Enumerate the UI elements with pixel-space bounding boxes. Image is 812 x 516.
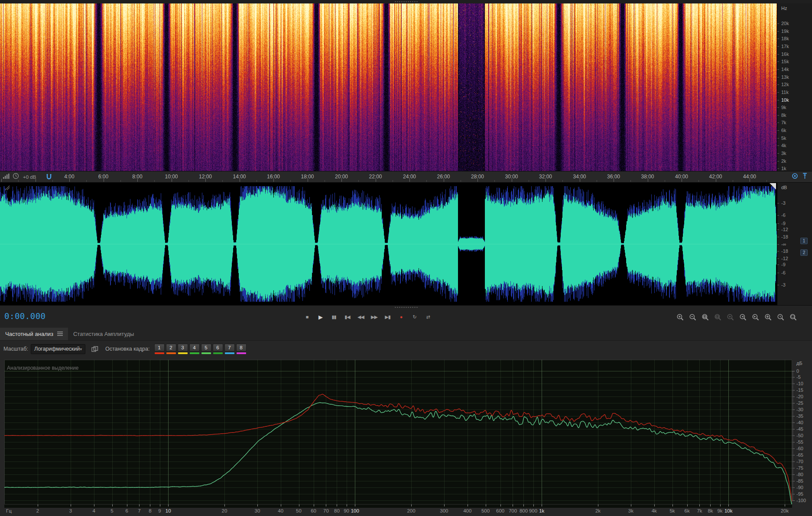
hold-button-6[interactable]: 6 [213,344,223,354]
frequency-chart: Анализированное выделение дБ 0-5-10-15-2… [0,356,812,516]
hold-button-3[interactable]: 3 [178,344,188,354]
chart-db-label: -85 [796,478,803,484]
zoom-sel-left-button[interactable] [737,311,749,322]
hold-button-label[interactable]: 8 [236,344,247,352]
chart-db-label: -80 [796,472,803,477]
spectral-freq-label: 17k [781,44,789,49]
axis-minor-tick [792,426,793,427]
axis-tick [792,422,795,423]
frequency-chart-plot[interactable] [4,360,792,508]
hold-button-label[interactable]: 1 [154,344,165,352]
ruler-tick [172,179,172,182]
tab-frequency-analysis[interactable]: Частотный анализ [0,328,68,340]
levels-icon[interactable] [3,173,10,181]
snap-icon[interactable] [46,174,52,180]
timeline-ruler[interactable]: +0 dB 4:006:008:0010:0012:0014:0016:0018… [0,171,812,183]
axis-minor-tick [792,425,793,426]
hold-button-8[interactable]: 8 [236,344,247,354]
channel-badge-2[interactable]: 2 [800,249,808,256]
chart-db-label: -35 [796,413,803,419]
spectrogram-display[interactable] [0,3,777,171]
axis-minor-tick [792,428,793,428]
ruler-tick [69,179,70,182]
panel-drag-handle[interactable] [394,1,418,3]
fast-forward-button[interactable]: ▶▶ [368,311,380,322]
pin-icon[interactable] [802,173,808,181]
hold-button-5[interactable]: 5 [201,344,211,354]
spectral-freq-label: 11k [781,90,789,95]
amplitude-db-label: -18 [781,234,788,239]
axis-tick [792,390,795,390]
rewind-button[interactable]: ◀◀ [355,311,367,322]
zoom-sel-right-button[interactable] [750,311,761,322]
hold-button-label[interactable]: 3 [178,344,188,352]
tab-amplitude-statistics[interactable]: Статистика Амплитуды [68,328,139,340]
record-button[interactable]: ● [395,311,407,322]
skip-selection-button[interactable]: ⇄ [422,311,434,322]
zoom-buttons [674,311,799,322]
stop-button[interactable]: ■ [301,311,313,322]
axis-minor-tick [792,413,793,414]
axis-minor-tick [792,497,793,497]
waveform-display[interactable] [0,183,777,305]
chart-db-label: -50 [796,433,803,438]
transport-drag-handle[interactable] [394,306,418,308]
chart-freq-label: 9k [717,508,722,513]
axis-minor-tick [792,419,793,419]
pause-button[interactable]: ▮▮ [328,311,340,322]
skip-to-end-button[interactable]: ▶▮ [382,311,393,322]
ruler-tick [750,179,750,182]
hold-button-label[interactable]: 2 [166,344,176,352]
zoom-out-full-button [712,311,724,322]
loop-playback-button[interactable]: ↻ [409,311,420,322]
scale-dropdown[interactable]: Логарифмический ▾ [31,344,85,354]
gain-label[interactable]: +0 dB [23,174,36,180]
skip-to-start-button[interactable]: ▮◀ [341,311,353,322]
chart-frequency-axis: Гц 2345678910203040506070809010020030040… [0,508,812,516]
chart-freq-label: 6k [685,508,690,513]
chart-db-label: -55 [796,439,803,445]
ruler-tick [733,180,733,182]
chart-freq-label: 20k [781,508,789,513]
ruler-tick [376,179,376,182]
scale-tick [777,264,779,265]
hold-button-label[interactable]: 7 [224,344,235,352]
ruler-tick [494,180,495,182]
zoom-sel-both-button[interactable] [762,311,774,322]
copy-frame-icon[interactable] [91,346,98,352]
hold-button-4[interactable]: 4 [189,344,200,354]
chart-frequency-unit-label: Гц [6,508,12,513]
hold-button-1[interactable]: 1 [154,344,165,354]
channel-badge-1[interactable]: 1 [800,238,808,244]
axis-minor-tick [792,452,793,453]
panel-menu-icon[interactable] [57,331,63,337]
zoom-out-button[interactable] [687,311,698,322]
hold-color-swatch [155,352,164,354]
axis-minor-tick [792,441,793,441]
zoom-selection-button[interactable] [699,311,711,322]
spectral-freq-label: 9k [781,105,786,110]
axis-minor-tick [792,477,793,477]
axis-minor-tick [792,432,793,432]
play-button[interactable]: ▶ [315,311,326,322]
axis-minor-tick [792,471,793,471]
chart-freq-label: 200 [407,508,415,513]
ruler-tick [120,180,121,182]
zoom-time-button[interactable] [775,311,786,322]
zoom-full-button[interactable] [787,311,799,322]
axis-minor-tick [792,372,793,372]
hold-button-label[interactable]: 4 [189,344,200,352]
amplitude-db-label: -12 [781,256,788,261]
ruler-tick [614,179,614,182]
hold-button-7[interactable]: 7 [224,344,235,354]
zoom-in-button[interactable] [674,311,686,322]
amplitude-db-label: -3 [781,200,786,206]
spectral-freq-label: 1k [781,166,786,171]
hold-button-2[interactable]: 2 [166,344,176,354]
timecode-display[interactable]: 0:00.000 [4,311,46,321]
hold-button-label[interactable]: 5 [201,344,211,352]
monitor-icon[interactable] [792,173,798,181]
chart-db-unit-label: дБ [796,361,802,366]
corner-grip-icon[interactable] [4,185,10,193]
hold-button-label[interactable]: 6 [213,344,223,352]
